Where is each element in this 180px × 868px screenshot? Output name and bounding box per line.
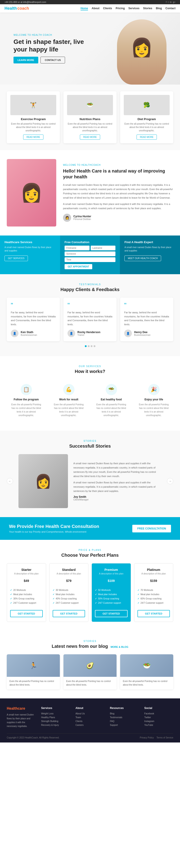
plan-premium: Premium A description of this plan $109 … — [92, 563, 131, 622]
nutrition-card: 🥗 Nutrition Plans Even the all-powerful … — [63, 91, 117, 143]
feature-starter-3: 24/7 Customer support — [10, 601, 43, 605]
footer-bottom-links: Privacy Policy Terms of Service — [140, 736, 173, 739]
testimonial-card-1: " Far far away, behind the word mountain… — [63, 298, 117, 341]
nav-stories[interactable]: Stories — [143, 7, 152, 10]
avatar-2: 👤 — [124, 330, 132, 337]
footer-social-title: Social — [144, 707, 173, 710]
nav-pricing[interactable]: Pricing — [116, 7, 125, 10]
price-standard: $79 — [53, 578, 85, 585]
footer-service-3[interactable]: Recovery & Injury — [41, 724, 70, 726]
step-text-2: Even the all-powerful Pointing has no co… — [95, 403, 127, 417]
footer-social-col: Social Facebook Twitter Instagram YouTub… — [144, 707, 173, 728]
facebook-icon[interactable]: f — [166, 1, 167, 3]
get-started-standard[interactable]: GET STARTED — [53, 610, 85, 617]
footer-resource-3[interactable]: Support — [110, 724, 139, 726]
meet-coach-button[interactable]: MEET OUR HEALTH COACH — [124, 255, 161, 261]
author-name: Cyrina Hunter — [73, 215, 91, 218]
testimonial-cards: " Far far away, behind the word mountain… — [7, 298, 173, 341]
footer-about-2[interactable]: Clients — [76, 720, 104, 722]
footer-social-3[interactable]: YouTube — [144, 724, 173, 726]
about-para1: A small river named Duden flows by their… — [63, 183, 173, 200]
footer-resource-0[interactable]: Blog — [110, 712, 139, 715]
dot-3[interactable] — [91, 345, 92, 347]
testimonials-label: TESTIMONIALS — [7, 283, 173, 286]
testimonial-author-1: 👤 Rocky Henderson Trainer — [67, 330, 113, 337]
footer-bottom: Copyright © 2023 HealthCoach. All Rights… — [7, 734, 173, 739]
footer-service-2[interactable]: Strength Building — [41, 720, 70, 722]
how-it-works-section: OUR SERVICES How it works? 📋 Follow the … — [0, 356, 180, 431]
quote-icon-2: " — [124, 302, 169, 309]
feature-standard-3: 24/7 Customer support — [53, 601, 85, 605]
googleplus-icon[interactable]: g+ — [173, 1, 176, 3]
testimonials-title: Happy Clients & Feedbacks — [7, 287, 173, 292]
firstname-input[interactable] — [65, 246, 90, 250]
footer-social-0[interactable]: Facebook — [144, 712, 173, 715]
dot-1[interactable] — [85, 345, 87, 347]
nav-about[interactable]: About — [92, 7, 99, 10]
time-input[interactable] — [65, 257, 116, 262]
plan-name-starter: Starter — [10, 568, 43, 571]
footer-service-0[interactable]: Weight Loss — [41, 712, 70, 715]
nav-blog[interactable]: Blog — [156, 7, 162, 10]
lastname-input[interactable] — [91, 246, 116, 250]
navbar: Health coach Home About Clients Pricing … — [0, 4, 180, 12]
contact-us-button[interactable]: CONTACT US — [40, 57, 65, 63]
footer-social-2[interactable]: Instagram — [144, 720, 173, 722]
footer-social-1[interactable]: Twitter — [144, 716, 173, 719]
terms-link[interactable]: Terms of Service — [157, 736, 173, 739]
footer-about-1[interactable]: Team — [76, 716, 104, 719]
nav-clients[interactable]: Clients — [103, 7, 112, 10]
next-arrow[interactable]: → — [167, 478, 173, 484]
get-started-premium[interactable]: GET STARTED — [95, 610, 127, 617]
footer-resource-1[interactable]: Testimonials — [110, 716, 139, 719]
footer-resource-2[interactable]: FAQ — [110, 720, 139, 722]
success-stories-section: STORIES Successfull Stories ← 👩 A small … — [0, 431, 180, 517]
footer-about-0[interactable]: About Us — [76, 712, 104, 715]
story-text-2: A small river named Duden flows by their… — [73, 480, 161, 493]
linkedin-icon[interactable]: in — [170, 1, 172, 3]
exercise-card: 🏋️ Exercise Program Even the all-powerfu… — [7, 91, 60, 143]
quote-icon-1: " — [67, 302, 113, 309]
footer-service-1[interactable]: Healthy Plans — [41, 716, 70, 719]
footer-about-3[interactable]: Careers — [76, 724, 104, 726]
hero-title: Get in shape faster, live your happy lif… — [13, 38, 99, 53]
feature-starter-0: 20 Workouts — [10, 588, 43, 592]
exercise-card-title: Exercise Program — [10, 117, 56, 121]
twitter-icon[interactable]: t — [168, 1, 169, 3]
blog-card-1: 🥑 Even the all-powerful Pointing has no … — [63, 654, 117, 689]
more-blog-link[interactable]: MORE & BLOG — [111, 646, 128, 648]
healthcare-services-title: Healthcare Services — [4, 241, 56, 244]
nutrition-read-more-button[interactable]: READ MORE — [80, 134, 100, 140]
privacy-link[interactable]: Privacy Policy — [140, 736, 154, 739]
get-started-platinum[interactable]: GET STARTED — [138, 610, 170, 617]
prev-arrow[interactable]: ← — [7, 478, 13, 484]
cta-button[interactable]: FREE CONSULTATION — [132, 525, 171, 532]
free-consultation-block: Free Consultation GET APPOINTMENT — [60, 236, 120, 274]
diet-read-more-button[interactable]: READ MORE — [137, 134, 157, 140]
footer-resources-list: Blog Testimonials FAQ Support — [110, 712, 139, 726]
step-title-3: Enjoy your life — [138, 398, 170, 401]
nav-services[interactable]: Services — [128, 7, 140, 10]
services-section: 🏋️ Exercise Program Even the all-powerfu… — [0, 85, 180, 150]
testimonial-text-1: Far far away, behind the word mountains,… — [67, 311, 113, 327]
plan-tagline-platinum: A description of this plan — [138, 572, 170, 575]
plan-tagline-starter: A description of this plan — [10, 572, 43, 575]
feature-platinum-0: 70 Workouts — [138, 588, 170, 592]
get-services-button[interactable]: GET SERVICES — [4, 255, 28, 261]
get-appointment-button[interactable]: GET APPOINTMENT — [65, 264, 92, 269]
exercise-read-more-button[interactable]: READ MORE — [23, 134, 43, 140]
about-content: WELCOME TO HEALTHCOACH Hello! Health Car… — [63, 164, 173, 222]
dot-4[interactable] — [94, 345, 95, 347]
cta-text: We Provide Free Health Care Consultation… — [9, 524, 99, 533]
learn-more-button[interactable]: LEARN MORE — [13, 57, 38, 63]
gender-input[interactable] — [65, 251, 116, 256]
how-step-2: 🥗 Eat healthy food Even the all-powerful… — [92, 379, 131, 422]
how-label: OUR SERVICES — [7, 365, 173, 368]
hero-buttons: LEARN MORE CONTACT US — [13, 57, 99, 63]
step-text-1: Even the all-powerful Pointing has no co… — [53, 403, 85, 417]
hero-person-silhouette: 👩 — [117, 19, 167, 85]
nav-home[interactable]: Home — [81, 7, 88, 10]
nav-contact[interactable]: Contact — [166, 7, 176, 10]
get-started-starter[interactable]: GET STARTED — [10, 610, 43, 617]
dot-2[interactable] — [88, 345, 90, 347]
